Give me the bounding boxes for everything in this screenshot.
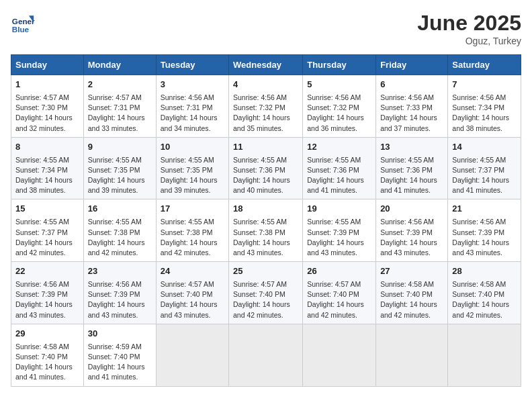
calendar-cell bbox=[376, 324, 448, 386]
calendar-cell bbox=[156, 324, 228, 386]
day-number: 30 bbox=[88, 328, 152, 340]
calendar-cell: 1Sunrise: 4:57 AMSunset: 7:30 PMDaylight… bbox=[11, 75, 84, 138]
svg-text:Blue: Blue bbox=[12, 25, 30, 34]
day-number: 6 bbox=[380, 79, 443, 91]
calendar-cell: 16Sunrise: 4:55 AMSunset: 7:38 PMDayligh… bbox=[83, 199, 156, 262]
day-number: 4 bbox=[233, 79, 298, 91]
day-number: 27 bbox=[380, 265, 443, 278]
day-header-saturday: Saturday bbox=[448, 55, 521, 75]
day-number: 25 bbox=[233, 265, 298, 278]
calendar-cell bbox=[303, 324, 376, 386]
calendar-cell: 5Sunrise: 4:56 AMSunset: 7:32 PMDaylight… bbox=[303, 75, 376, 138]
day-number: 24 bbox=[161, 265, 224, 278]
calendar-cell: 27Sunrise: 4:58 AMSunset: 7:40 PMDayligh… bbox=[376, 262, 448, 324]
day-number: 22 bbox=[15, 265, 79, 278]
day-number: 13 bbox=[380, 141, 443, 154]
day-number: 21 bbox=[452, 203, 517, 216]
calendar-cell: 3Sunrise: 4:56 AMSunset: 7:31 PMDaylight… bbox=[156, 75, 228, 138]
calendar-cell: 24Sunrise: 4:57 AMSunset: 7:40 PMDayligh… bbox=[156, 262, 228, 324]
day-header-wednesday: Wednesday bbox=[229, 55, 303, 75]
calendar-cell: 19Sunrise: 4:55 AMSunset: 7:39 PMDayligh… bbox=[303, 199, 376, 262]
location-subtitle: Oguz, Turkey bbox=[417, 36, 521, 46]
calendar-cell: 9Sunrise: 4:55 AMSunset: 7:35 PMDaylight… bbox=[83, 137, 156, 199]
calendar-cell: 11Sunrise: 4:55 AMSunset: 7:36 PMDayligh… bbox=[229, 137, 303, 199]
calendar-cell bbox=[448, 324, 521, 386]
calendar-cell bbox=[229, 324, 303, 386]
day-number: 15 bbox=[15, 203, 79, 216]
day-number: 9 bbox=[88, 141, 152, 154]
calendar-cell: 12Sunrise: 4:55 AMSunset: 7:36 PMDayligh… bbox=[303, 137, 376, 199]
day-header-monday: Monday bbox=[83, 55, 156, 75]
calendar-cell: 6Sunrise: 4:56 AMSunset: 7:33 PMDaylight… bbox=[376, 75, 448, 138]
day-number: 14 bbox=[452, 141, 517, 154]
calendar-cell: 28Sunrise: 4:58 AMSunset: 7:40 PMDayligh… bbox=[448, 262, 521, 324]
page-header: General Blue June 2025 Oguz, Turkey bbox=[11, 11, 521, 46]
calendar-cell: 26Sunrise: 4:57 AMSunset: 7:40 PMDayligh… bbox=[303, 262, 376, 324]
calendar-cell: 18Sunrise: 4:55 AMSunset: 7:38 PMDayligh… bbox=[229, 199, 303, 262]
day-number: 20 bbox=[380, 203, 443, 216]
day-number: 16 bbox=[88, 203, 152, 216]
day-number: 28 bbox=[452, 265, 517, 278]
calendar-cell: 22Sunrise: 4:56 AMSunset: 7:39 PMDayligh… bbox=[11, 262, 84, 324]
calendar-cell: 8Sunrise: 4:55 AMSunset: 7:34 PMDaylight… bbox=[11, 137, 84, 199]
calendar-week-1: 1Sunrise: 4:57 AMSunset: 7:30 PMDaylight… bbox=[11, 75, 521, 138]
day-header-friday: Friday bbox=[376, 55, 448, 75]
day-number: 11 bbox=[233, 141, 298, 154]
day-number: 5 bbox=[307, 79, 371, 91]
calendar-cell: 7Sunrise: 4:56 AMSunset: 7:34 PMDaylight… bbox=[448, 75, 521, 138]
day-number: 19 bbox=[307, 203, 371, 216]
calendar-cell: 25Sunrise: 4:57 AMSunset: 7:40 PMDayligh… bbox=[229, 262, 303, 324]
calendar-cell: 30Sunrise: 4:59 AMSunset: 7:40 PMDayligh… bbox=[83, 324, 156, 386]
day-number: 10 bbox=[161, 141, 224, 154]
calendar-table: SundayMondayTuesdayWednesdayThursdayFrid… bbox=[11, 54, 521, 387]
calendar-cell: 29Sunrise: 4:58 AMSunset: 7:40 PMDayligh… bbox=[11, 324, 84, 386]
day-number: 2 bbox=[88, 79, 152, 91]
day-number: 17 bbox=[161, 203, 224, 216]
calendar-week-3: 15Sunrise: 4:55 AMSunset: 7:37 PMDayligh… bbox=[11, 199, 521, 262]
day-number: 3 bbox=[161, 79, 224, 91]
day-number: 18 bbox=[233, 203, 298, 216]
day-header-tuesday: Tuesday bbox=[156, 55, 228, 75]
title-block: June 2025 Oguz, Turkey bbox=[417, 11, 521, 46]
calendar-week-2: 8Sunrise: 4:55 AMSunset: 7:34 PMDaylight… bbox=[11, 137, 521, 199]
calendar-cell: 10Sunrise: 4:55 AMSunset: 7:35 PMDayligh… bbox=[156, 137, 228, 199]
calendar-week-5: 29Sunrise: 4:58 AMSunset: 7:40 PMDayligh… bbox=[11, 324, 521, 386]
calendar-cell: 14Sunrise: 4:55 AMSunset: 7:37 PMDayligh… bbox=[448, 137, 521, 199]
calendar-cell: 2Sunrise: 4:57 AMSunset: 7:31 PMDaylight… bbox=[83, 75, 156, 138]
calendar-cell: 23Sunrise: 4:56 AMSunset: 7:39 PMDayligh… bbox=[83, 262, 156, 324]
day-number: 8 bbox=[15, 141, 79, 154]
calendar-cell: 15Sunrise: 4:55 AMSunset: 7:37 PMDayligh… bbox=[11, 199, 84, 262]
day-number: 12 bbox=[307, 141, 371, 154]
month-year-title: June 2025 bbox=[417, 11, 521, 36]
logo-icon: General Blue bbox=[11, 11, 35, 35]
calendar-cell: 4Sunrise: 4:56 AMSunset: 7:32 PMDaylight… bbox=[229, 75, 303, 138]
day-number: 29 bbox=[15, 328, 79, 340]
day-number: 23 bbox=[88, 265, 152, 278]
day-number: 1 bbox=[15, 79, 79, 91]
calendar-week-4: 22Sunrise: 4:56 AMSunset: 7:39 PMDayligh… bbox=[11, 262, 521, 324]
calendar-cell: 21Sunrise: 4:56 AMSunset: 7:39 PMDayligh… bbox=[448, 199, 521, 262]
day-header-sunday: Sunday bbox=[11, 55, 84, 75]
day-number: 26 bbox=[307, 265, 371, 278]
day-header-thursday: Thursday bbox=[303, 55, 376, 75]
calendar-cell: 17Sunrise: 4:55 AMSunset: 7:38 PMDayligh… bbox=[156, 199, 228, 262]
day-number: 7 bbox=[452, 79, 517, 91]
logo: General Blue bbox=[11, 11, 35, 35]
calendar-cell: 13Sunrise: 4:55 AMSunset: 7:36 PMDayligh… bbox=[376, 137, 448, 199]
calendar-cell: 20Sunrise: 4:56 AMSunset: 7:39 PMDayligh… bbox=[376, 199, 448, 262]
